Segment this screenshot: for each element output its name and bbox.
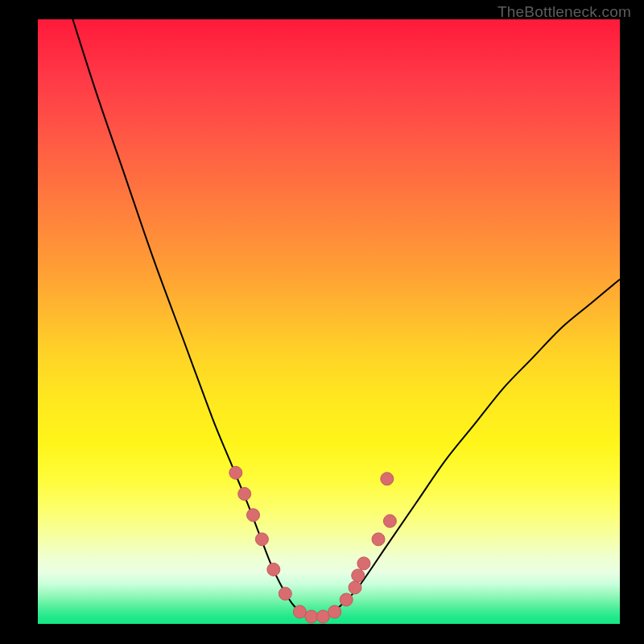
chart-svg xyxy=(38,19,620,624)
data-marker xyxy=(372,533,385,546)
data-marker xyxy=(293,605,306,618)
bottleneck-curve xyxy=(72,19,620,618)
data-marker xyxy=(279,588,291,601)
data-marker xyxy=(328,605,341,618)
data-marker xyxy=(255,533,268,546)
data-marker xyxy=(381,473,394,485)
watermark-text: TheBottleneck.com xyxy=(497,3,631,21)
data-marker xyxy=(383,514,396,527)
data-marker xyxy=(247,509,260,522)
data-marker xyxy=(357,557,370,570)
data-marker xyxy=(316,610,329,623)
data-marker xyxy=(229,466,242,479)
data-marker xyxy=(238,488,251,501)
data-marker xyxy=(352,569,365,582)
plot-area xyxy=(38,19,620,624)
data-marker xyxy=(305,610,318,623)
data-marker xyxy=(349,581,361,594)
data-marker xyxy=(267,563,280,576)
chart-frame: TheBottleneck.com xyxy=(0,0,644,644)
data-marker xyxy=(340,593,353,606)
marker-group xyxy=(229,466,397,623)
